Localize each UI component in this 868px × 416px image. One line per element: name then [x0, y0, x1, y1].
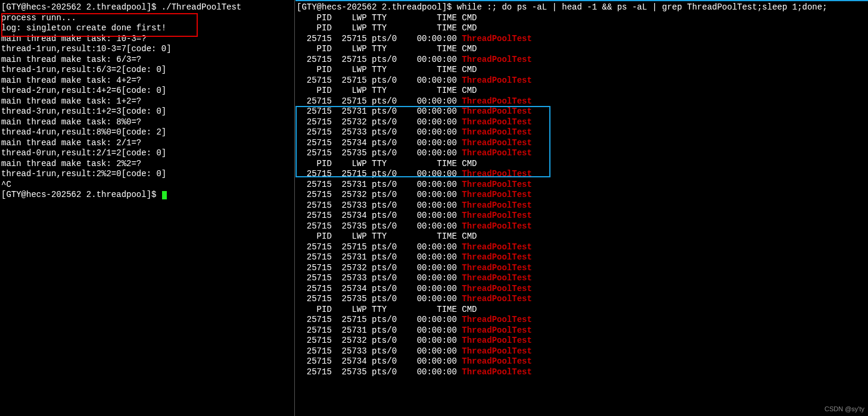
process-name: ThreadPoolTest — [462, 180, 532, 189]
watermark: CSDN @sy'ty — [825, 405, 864, 414]
terminal-line: 25715 25715 pts/0 00:00:00 ThreadPoolTes… — [297, 55, 868, 65]
terminal-line: ^C — [1, 180, 294, 190]
process-name: ThreadPoolTest — [462, 34, 532, 43]
terminal-line: main thread make task: 2/1=? — [1, 138, 294, 149]
terminal-line: 25715 25715 pts/0 00:00:00 ThreadPoolTes… — [297, 96, 868, 107]
process-name: ThreadPoolTest — [462, 211, 532, 220]
terminal-line: 25715 25731 pts/0 00:00:00 ThreadPoolTes… — [297, 107, 868, 117]
terminal-line: 25715 25734 pts/0 00:00:00 ThreadPoolTes… — [297, 138, 868, 149]
terminal-line: thread-1run,result:10-3=7[code: 0] — [1, 44, 294, 55]
terminal-line: thread-0run,result:2/1=2[code: 0] — [1, 148, 294, 159]
process-name: ThreadPoolTest — [462, 315, 532, 324]
terminal-line: 25715 25715 pts/0 00:00:00 ThreadPoolTes… — [297, 242, 868, 253]
terminal-line: 25715 25735 pts/0 00:00:00 ThreadPoolTes… — [297, 148, 868, 159]
process-name: ThreadPoolTest — [462, 263, 532, 273]
terminal-line: thread-4run,result:8%0=0[code: 2] — [1, 127, 294, 138]
process-name: ThreadPoolTest — [462, 201, 532, 210]
terminal-prompt[interactable]: [GTY@hecs-202562 2.threadpool]$ — [1, 190, 294, 201]
terminal-line: PID LWP TTY TIME CMD — [297, 232, 868, 242]
terminal-line: main thread make task: 4+2=? — [1, 76, 294, 86]
process-name: ThreadPoolTest — [462, 76, 532, 85]
cursor — [162, 191, 167, 199]
terminal-line: 25715 25715 pts/0 00:00:00 ThreadPoolTes… — [297, 315, 868, 326]
process-name: ThreadPoolTest — [462, 190, 532, 199]
terminal-line: 25715 25715 pts/0 00:00:00 ThreadPoolTes… — [297, 76, 868, 86]
terminal-line: thread-1run,result:2%2=0[code: 0] — [1, 169, 294, 180]
terminal-line: main thread make task: 10-3=? — [1, 34, 294, 45]
process-name: ThreadPoolTest — [462, 326, 532, 335]
terminal-line: [GTY@hecs-202562 2.threadpool]$ while :;… — [297, 2, 868, 13]
terminal-line: main thread make task: 6/3=? — [1, 55, 294, 65]
terminal-line: PID LWP TTY TIME CMD — [297, 13, 868, 24]
terminal-line: 25715 25732 pts/0 00:00:00 ThreadPoolTes… — [297, 190, 868, 201]
process-name: ThreadPoolTest — [462, 127, 532, 137]
right-terminal[interactable]: [GTY@hecs-202562 2.threadpool]$ while :;… — [295, 0, 868, 416]
process-name: ThreadPoolTest — [462, 221, 532, 231]
terminal-line: thread-1run,result:6/3=2[code: 0] — [1, 65, 294, 76]
terminal-line: PID LWP TTY TIME CMD — [297, 305, 868, 315]
terminal-line: 25715 25735 pts/0 00:00:00 ThreadPoolTes… — [297, 294, 868, 305]
terminal-line: 25715 25732 pts/0 00:00:00 ThreadPoolTes… — [297, 336, 868, 346]
terminal-line: 25715 25733 pts/0 00:00:00 ThreadPoolTes… — [297, 273, 868, 284]
terminal-line: 25715 25715 pts/0 00:00:00 ThreadPoolTes… — [297, 34, 868, 45]
terminal-line: 25715 25734 pts/0 00:00:00 ThreadPoolTes… — [297, 356, 868, 367]
terminal-line: log: singleton create done first! — [1, 23, 294, 34]
process-name: ThreadPoolTest — [462, 284, 532, 293]
process-name: ThreadPoolTest — [462, 242, 532, 252]
terminal-line: 25715 25732 pts/0 00:00:00 ThreadPoolTes… — [297, 263, 868, 274]
process-name: ThreadPoolTest — [462, 148, 532, 158]
process-name: ThreadPoolTest — [462, 252, 532, 262]
terminal-line: 25715 25733 pts/0 00:00:00 ThreadPoolTes… — [297, 201, 868, 211]
terminal-line: PID LWP TTY TIME CMD — [297, 23, 868, 34]
process-name: ThreadPoolTest — [462, 138, 532, 148]
process-name: ThreadPoolTest — [462, 169, 532, 179]
terminal-line: 25715 25732 pts/0 00:00:00 ThreadPoolTes… — [297, 117, 868, 128]
terminal-line: 25715 25731 pts/0 00:00:00 ThreadPoolTes… — [297, 252, 868, 263]
process-name: ThreadPoolTest — [462, 117, 532, 127]
process-name: ThreadPoolTest — [462, 356, 532, 366]
terminal-line: PID LWP TTY TIME CMD — [297, 65, 868, 76]
process-name: ThreadPoolTest — [462, 336, 532, 345]
terminal-line: 25715 25733 pts/0 00:00:00 ThreadPoolTes… — [297, 127, 868, 138]
process-name: ThreadPoolTest — [462, 107, 532, 116]
terminal-line: 25715 25735 pts/0 00:00:00 ThreadPoolTes… — [297, 221, 868, 232]
process-name: ThreadPoolTest — [462, 346, 532, 356]
terminal-line: PID LWP TTY TIME CMD — [297, 86, 868, 96]
process-name: ThreadPoolTest — [462, 273, 532, 283]
left-terminal[interactable]: [GTY@hecs-202562 2.threadpool]$ ./Thread… — [0, 0, 295, 416]
terminal-line: thread-3run,result:1+2=3[code: 0] — [1, 107, 294, 117]
terminal-line: 25715 25735 pts/0 00:00:00 ThreadPoolTes… — [297, 367, 868, 378]
terminal-line: 25715 25734 pts/0 00:00:00 ThreadPoolTes… — [297, 211, 868, 221]
terminal-line: main thread make task: 8%0=? — [1, 117, 294, 128]
terminal-line: main thread make task: 2%2=? — [1, 159, 294, 170]
process-name: ThreadPoolTest — [462, 55, 532, 64]
terminal-line: 25715 25733 pts/0 00:00:00 ThreadPoolTes… — [297, 346, 868, 357]
terminal-line: PID LWP TTY TIME CMD — [297, 159, 868, 170]
terminal-line: 25715 25734 pts/0 00:00:00 ThreadPoolTes… — [297, 284, 868, 295]
terminal-line: 25715 25715 pts/0 00:00:00 ThreadPoolTes… — [297, 169, 868, 180]
terminal-line: process runn... — [1, 13, 294, 24]
terminal-line: [GTY@hecs-202562 2.threadpool]$ ./Thread… — [1, 2, 294, 13]
terminal-line: PID LWP TTY TIME CMD — [297, 44, 868, 55]
terminal-line: 25715 25731 pts/0 00:00:00 ThreadPoolTes… — [297, 180, 868, 190]
process-name: ThreadPoolTest — [462, 367, 532, 377]
process-name: ThreadPoolTest — [462, 96, 532, 106]
process-name: ThreadPoolTest — [462, 294, 532, 304]
terminal-line: main thread make task: 1+2=? — [1, 96, 294, 107]
terminal-line: thread-2run,result:4+2=6[code: 0] — [1, 86, 294, 96]
terminal-line: 25715 25731 pts/0 00:00:00 ThreadPoolTes… — [297, 326, 868, 336]
